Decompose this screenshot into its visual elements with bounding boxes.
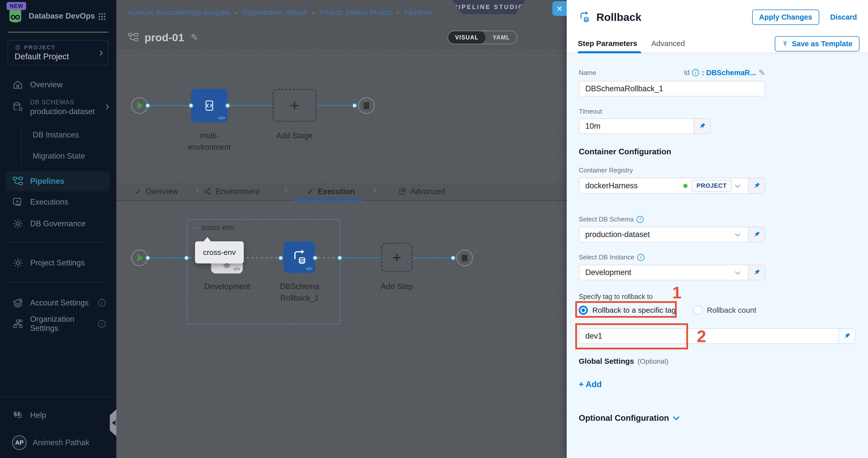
project-selector[interactable]: PROJECT Default Project xyxy=(7,40,108,65)
info-icon: i xyxy=(637,254,644,261)
edge-connector xyxy=(312,255,318,261)
step-node-label: Development xyxy=(204,281,250,292)
db-instance-select[interactable]: Development xyxy=(579,265,765,280)
edge-connector xyxy=(145,255,151,261)
info-icon: i xyxy=(692,69,699,76)
edge-connector xyxy=(278,255,283,261)
radio-rollback-count[interactable] xyxy=(693,306,703,315)
environment-icon xyxy=(203,187,212,196)
radio-rollback-specific-tag[interactable] xyxy=(579,306,588,315)
step-node-dbschemarollback[interactable]: </> xyxy=(283,241,315,273)
pipeline-name: prod-01 xyxy=(145,31,184,44)
sidebar-item-pipelines[interactable]: Pipelines xyxy=(6,171,110,191)
edge-connector xyxy=(225,103,230,108)
close-panel-button[interactable]: × xyxy=(552,1,567,16)
chevron-right-icon xyxy=(371,188,376,193)
check-icon: ✓ xyxy=(307,187,314,196)
edit-id-icon[interactable]: ✎ xyxy=(758,68,765,78)
chevron-right-icon xyxy=(98,51,103,56)
tab-advanced[interactable]: Advanced xyxy=(651,39,685,48)
sidebar-item-db-governance[interactable]: DB Governance xyxy=(12,216,86,232)
add-stage-button[interactable]: + xyxy=(272,89,317,122)
breadcrumb-pipelines[interactable]: Pipelines xyxy=(404,8,433,17)
sidebar-item-db-instances[interactable]: DB Instances xyxy=(33,128,79,142)
sidebar-item-db-schemas[interactable]: DB SCHEMAS production-dataset xyxy=(12,95,95,118)
tab-step-parameters[interactable]: Step Parameters xyxy=(578,39,637,48)
collapse-group-icon[interactable]: − xyxy=(192,223,198,232)
sidebar: NEW Database DevOps PROJECT Default Proj… xyxy=(0,0,116,458)
sidebar-collapse-handle[interactable] xyxy=(110,409,116,436)
tag-input-group: dev1 xyxy=(579,328,856,344)
execution-end-node[interactable] xyxy=(456,250,473,266)
save-as-template-button[interactable]: Save as Template xyxy=(775,36,860,52)
panel-header: Rollback Apply Changes Discard xyxy=(567,0,868,34)
runtime-pin-button[interactable] xyxy=(748,178,765,193)
sidebar-item-label: Pipelines xyxy=(30,177,64,186)
id-value: : DBSchemaR... xyxy=(702,69,756,77)
add-global-setting-link[interactable]: + Add xyxy=(579,379,607,389)
play-icon xyxy=(137,254,144,262)
step-config-panel: × Rollback Apply Changes Discard Step Pa… xyxy=(567,0,868,458)
name-label: Name xyxy=(579,69,596,77)
db-schema-icon xyxy=(12,101,24,113)
info-icon: i xyxy=(98,320,105,328)
tab-execution[interactable]: ✓ Execution xyxy=(307,183,355,200)
panel-tabs: Step Parameters Advanced Save as Templat… xyxy=(567,34,868,53)
radio-label: Rollback count xyxy=(707,306,756,314)
db-schemas-caption: DB SCHEMAS xyxy=(30,97,95,107)
sidebar-item-organization-settings[interactable]: Organization Settings i xyxy=(12,316,105,332)
toggle-yaml[interactable]: YAML xyxy=(486,31,517,44)
panel-body: Name Id i : DBSchemaR... ✎ Timeout 10m xyxy=(567,53,868,423)
sidebar-item-help[interactable]: Help xyxy=(12,407,46,423)
step-group-cross-env[interactable] xyxy=(186,219,341,325)
runtime-pin-button[interactable] xyxy=(693,119,710,133)
step-group-label: cross-env xyxy=(202,223,235,232)
tab-advanced[interactable]: Advanced xyxy=(398,183,445,200)
pipeline-end-node[interactable] xyxy=(358,97,375,114)
pin-icon xyxy=(753,182,761,190)
user-menu[interactable]: AP Animesh Pathak xyxy=(12,435,90,450)
runtime-pin-button[interactable] xyxy=(838,329,855,343)
breadcrumb-project[interactable]: Project: Default Project xyxy=(320,8,392,17)
brand-divider xyxy=(7,32,108,33)
runtime-pin-button[interactable] xyxy=(748,265,765,280)
step-group-header: − cross-env xyxy=(192,223,235,232)
custom-stage-icon xyxy=(201,97,217,114)
name-input[interactable] xyxy=(579,81,765,96)
breadcrumb-separator: › xyxy=(235,8,237,17)
subnav-indent-line xyxy=(21,127,22,165)
sidebar-item-overview[interactable]: Overview xyxy=(12,77,63,93)
db-schemas-value: production-dataset xyxy=(30,107,95,116)
tab-environment[interactable]: Environment xyxy=(203,183,259,200)
db-schema-select[interactable]: production-dataset xyxy=(579,227,765,242)
stop-icon xyxy=(364,102,369,109)
apply-changes-button[interactable]: Apply Changes xyxy=(752,9,819,25)
sidebar-item-project-settings[interactable]: Project Settings xyxy=(12,255,85,271)
tab-overview[interactable]: ✓ Overview xyxy=(135,183,178,200)
add-step-label: Add Step xyxy=(378,281,416,292)
stage-canvas: </> + multi-environment Add Stage xyxy=(116,50,567,183)
stage-node-multi-environment[interactable]: </> xyxy=(191,89,228,122)
discard-button[interactable]: Discard xyxy=(830,13,857,21)
home-icon xyxy=(12,79,24,91)
sidebar-item-migration-state[interactable]: Migration State xyxy=(33,149,85,163)
sidebar-item-executions[interactable]: Executions xyxy=(12,194,68,210)
edit-pipeline-icon[interactable]: ✎ xyxy=(191,32,198,43)
active-tab-underline xyxy=(578,51,641,53)
add-step-button[interactable]: + xyxy=(381,243,413,272)
pipelines-icon xyxy=(12,176,24,187)
timeout-input[interactable]: 10m xyxy=(585,122,688,131)
chevron-down-icon xyxy=(735,269,740,274)
runtime-pin-button[interactable] xyxy=(748,227,765,242)
breadcrumb-organization[interactable]: Organization: default xyxy=(242,8,307,17)
toggle-visual[interactable]: VISUAL xyxy=(448,31,486,44)
container-registry-select[interactable]: dockerHarness PROJECT xyxy=(579,178,765,194)
sidebar-item-account-settings[interactable]: Account Settings i xyxy=(12,295,105,311)
breadcrumb-account[interactable]: Account: kurosakiichigo.songoku xyxy=(127,8,230,17)
tag-input[interactable]: dev1 xyxy=(585,332,832,341)
app-switcher-icon[interactable] xyxy=(97,12,106,21)
active-tab-underline xyxy=(293,199,364,201)
add-stage-label: Add Stage xyxy=(272,130,317,142)
visual-yaml-toggle: VISUAL YAML xyxy=(447,31,518,44)
optional-configuration-toggle[interactable]: Optional Configuration xyxy=(579,413,856,423)
